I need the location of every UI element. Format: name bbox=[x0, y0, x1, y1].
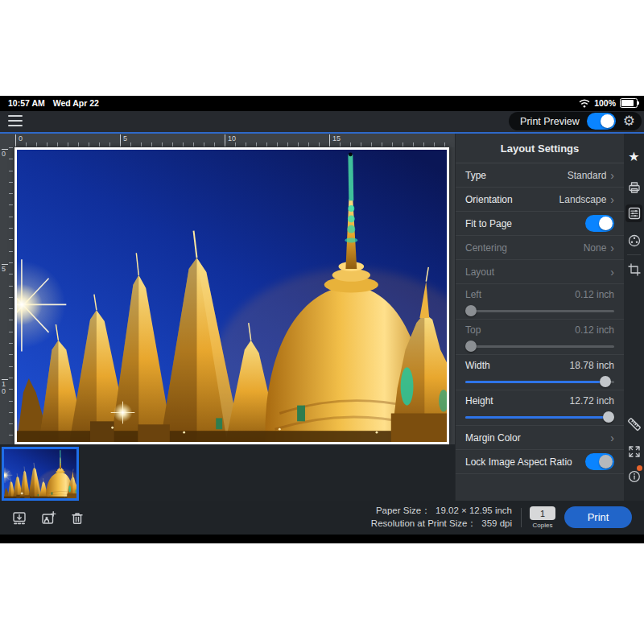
row-type[interactable]: Type Standard › bbox=[456, 163, 624, 188]
horizontal-ruler: 0 5 10 15 bbox=[0, 134, 455, 147]
print-info: Paper Size： 19.02 × 12.95 inch Resolutio… bbox=[371, 505, 512, 530]
add-image-icon[interactable] bbox=[40, 510, 56, 526]
paper-size-label: Paper Size： bbox=[376, 506, 431, 515]
ruler-label: 10 bbox=[2, 379, 8, 395]
orientation-label: Orientation bbox=[465, 194, 513, 205]
print-button[interactable]: Print bbox=[564, 506, 632, 528]
color-balance-icon[interactable] bbox=[624, 232, 644, 250]
preview-canvas: 0 5 10 15 0 5 10 bbox=[0, 134, 455, 501]
row-margin-color[interactable]: Margin Color › bbox=[456, 426, 624, 450]
photo-thumbnail-selected[interactable] bbox=[2, 447, 79, 501]
vertical-ruler: 0 5 10 bbox=[0, 147, 14, 444]
top-value: 0.12 inch bbox=[575, 324, 614, 336]
layout-settings-panel: Layout Settings Type Standard › Orientat… bbox=[455, 134, 624, 501]
status-time: 10:57 AM bbox=[8, 98, 45, 108]
thumbnail-strip bbox=[0, 444, 455, 501]
ruler-label: 5 bbox=[120, 134, 127, 147]
menu-icon[interactable] bbox=[8, 115, 23, 126]
margin-color-label: Margin Color bbox=[465, 432, 521, 444]
chevron-right-icon: › bbox=[610, 170, 614, 181]
lock-aspect-label: Lock Image Aspect Ratio bbox=[465, 456, 572, 468]
width-label: Width bbox=[465, 360, 490, 371]
crop-icon[interactable] bbox=[624, 261, 644, 279]
row-layout[interactable]: Layout › bbox=[456, 260, 624, 284]
print-app-window: 10:57 AM Wed Apr 22 100% Print Preview ⚙… bbox=[0, 96, 644, 543]
copies-stepper[interactable]: 1 bbox=[530, 506, 555, 520]
chevron-right-icon: › bbox=[610, 432, 614, 444]
height-value: 12.72 inch bbox=[570, 395, 614, 407]
pagoda-photo bbox=[17, 150, 447, 442]
type-value: Standard bbox=[568, 170, 607, 181]
height-label: Height bbox=[465, 395, 493, 407]
status-bar: 10:57 AM Wed Apr 22 100% bbox=[0, 96, 644, 111]
status-date: Wed Apr 22 bbox=[53, 98, 99, 108]
row-left-margin: Left 0.12 inch bbox=[456, 284, 624, 320]
chevron-right-icon: › bbox=[610, 194, 614, 205]
resolution-value: 359 dpi bbox=[481, 518, 512, 528]
battery-icon bbox=[620, 98, 638, 108]
ruler-label: 5 bbox=[2, 264, 8, 273]
fit-view-expand-icon[interactable] bbox=[624, 443, 644, 460]
rail-divider bbox=[627, 254, 641, 255]
print-preview-toggle[interactable] bbox=[587, 113, 616, 130]
ruler-tool-icon[interactable] bbox=[624, 415, 644, 433]
favorite-star-icon[interactable]: ★ bbox=[624, 148, 644, 166]
wifi-icon bbox=[579, 99, 590, 108]
copies-label: Copies bbox=[525, 522, 560, 529]
ruler-label: 15 bbox=[329, 134, 341, 147]
row-centering[interactable]: Centering None › bbox=[456, 236, 624, 260]
printer-icon[interactable] bbox=[624, 179, 644, 196]
ruler-label: 10 bbox=[225, 134, 236, 147]
paper-size-value: 19.02 × 12.95 inch bbox=[436, 506, 512, 515]
battery-percent: 100% bbox=[594, 98, 616, 108]
import-to-device-icon[interactable] bbox=[11, 510, 27, 526]
lock-aspect-toggle[interactable] bbox=[585, 453, 614, 470]
width-value: 18.78 inch bbox=[570, 360, 614, 371]
bottom-action-bar: Paper Size： 19.02 × 12.95 inch Resolutio… bbox=[0, 501, 644, 535]
type-label: Type bbox=[465, 170, 486, 181]
bottom-bar-divider bbox=[521, 508, 522, 527]
row-top-margin: Top 0.12 inch bbox=[456, 320, 624, 355]
left-label: Left bbox=[465, 289, 481, 300]
fit-to-page-toggle[interactable] bbox=[585, 215, 614, 232]
row-orientation[interactable]: Orientation Landscape › bbox=[456, 188, 624, 212]
nav-bar: Print Preview ⚙ bbox=[0, 111, 644, 132]
panel-title: Layout Settings bbox=[456, 134, 624, 163]
width-slider[interactable] bbox=[465, 376, 614, 387]
gear-icon[interactable]: ⚙ bbox=[623, 114, 635, 128]
centering-value: None bbox=[584, 242, 607, 254]
ruler-label: 0 bbox=[2, 149, 8, 158]
ruler-label: 0 bbox=[15, 134, 23, 147]
paper-preview bbox=[14, 147, 449, 444]
top-slider[interactable] bbox=[465, 341, 614, 352]
screenshot-frame: 10:57 AM Wed Apr 22 100% Print Preview ⚙… bbox=[0, 0, 644, 644]
row-width: Width 18.78 inch bbox=[456, 355, 624, 390]
tool-rail: ★ bbox=[624, 134, 644, 501]
chevron-right-icon: › bbox=[610, 242, 614, 254]
row-fit-to-page: Fit to Page bbox=[456, 212, 624, 236]
left-slider[interactable] bbox=[465, 305, 614, 316]
print-preview-label: Print Preview bbox=[520, 116, 580, 127]
layout-settings-icon-selected[interactable] bbox=[625, 204, 642, 222]
height-slider[interactable] bbox=[465, 411, 614, 423]
delete-trash-icon[interactable] bbox=[69, 510, 85, 526]
info-icon[interactable] bbox=[624, 467, 644, 485]
fit-to-page-label: Fit to Page bbox=[465, 218, 512, 229]
row-lock-aspect: Lock Image Aspect Ratio bbox=[456, 450, 624, 474]
top-label: Top bbox=[465, 324, 481, 336]
home-indicator-strip bbox=[0, 535, 644, 543]
chevron-right-icon: › bbox=[610, 266, 614, 278]
notification-badge bbox=[637, 465, 642, 471]
layout-label: Layout bbox=[465, 266, 494, 278]
orientation-value: Landscape bbox=[559, 194, 607, 205]
print-preview-pill: Print Preview ⚙ bbox=[509, 112, 642, 130]
centering-label: Centering bbox=[465, 242, 507, 254]
resolution-label: Resolution at Print Size： bbox=[371, 518, 477, 528]
row-height: Height 12.72 inch bbox=[456, 390, 624, 426]
left-value: 0.12 inch bbox=[575, 289, 614, 300]
